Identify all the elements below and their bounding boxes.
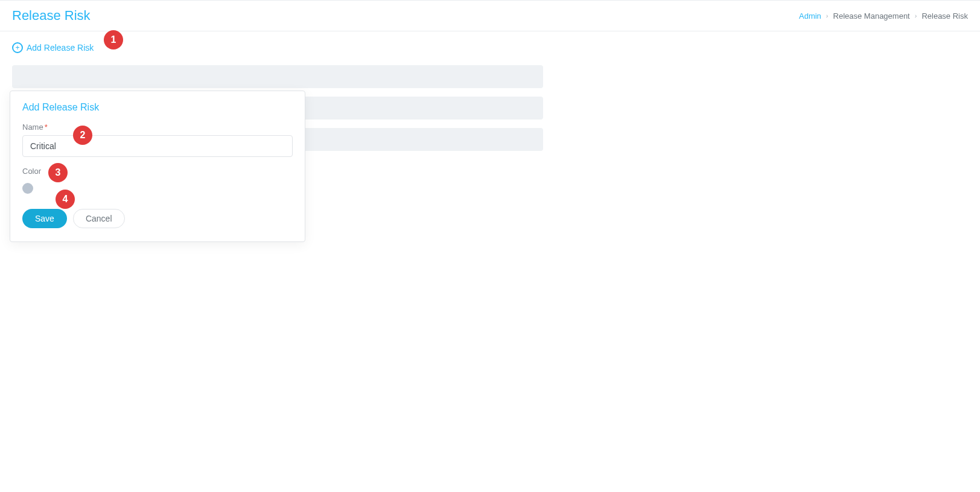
- name-label-text: Name: [22, 123, 43, 132]
- chevron-right-icon: ›: [915, 12, 917, 19]
- name-label: Name*: [22, 123, 293, 132]
- page-title: Release Risk: [12, 8, 91, 24]
- chevron-right-icon: ›: [826, 12, 829, 19]
- callout-1: 1: [104, 30, 123, 50]
- required-star-icon: *: [45, 123, 48, 132]
- add-release-risk-popover: Add Release Risk Name* Color Save Cancel: [10, 91, 305, 242]
- color-swatch[interactable]: [22, 183, 33, 194]
- page-container: Release Risk Admin › Release Management …: [0, 0, 980, 492]
- add-link-label: Add Release Risk: [27, 43, 94, 53]
- name-input[interactable]: [22, 135, 293, 157]
- plus-circle-icon: +: [12, 42, 23, 53]
- popover-title: Add Release Risk: [22, 102, 293, 113]
- breadcrumb-release-management[interactable]: Release Management: [833, 11, 910, 21]
- popover-actions: Save Cancel: [22, 209, 293, 228]
- cancel-button[interactable]: Cancel: [73, 209, 125, 228]
- breadcrumb: Admin › Release Management › Release Ris…: [799, 11, 968, 21]
- page-header: Release Risk Admin › Release Management …: [0, 1, 980, 31]
- content-area: + Add Release Risk Add Release Risk Name…: [0, 31, 980, 162]
- add-release-risk-link[interactable]: + Add Release Risk: [12, 42, 94, 53]
- color-field: Color: [22, 167, 293, 196]
- breadcrumb-release-risk: Release Risk: [921, 11, 968, 21]
- list-item[interactable]: [12, 65, 543, 88]
- color-label: Color: [22, 167, 293, 176]
- save-button[interactable]: Save: [22, 209, 67, 228]
- breadcrumb-admin[interactable]: Admin: [799, 11, 821, 21]
